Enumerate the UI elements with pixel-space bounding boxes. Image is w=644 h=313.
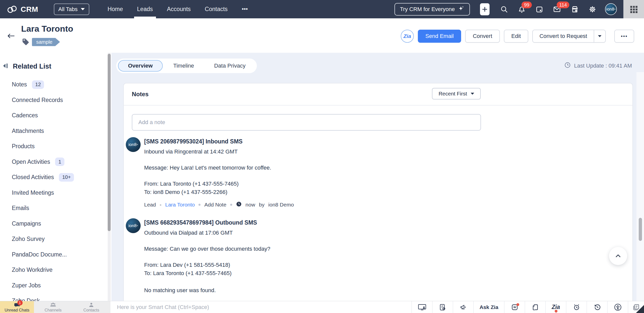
tab-timeline[interactable]: Timeline <box>164 60 204 72</box>
note-to: To: ion8 Demo (+1 437-555-2266) <box>144 189 294 195</box>
people-icon <box>50 302 56 308</box>
calendar-icon[interactable] <box>535 5 543 13</box>
note-time: now <box>246 202 255 208</box>
sidebar-item-notes[interactable]: Notes12 <box>0 77 111 92</box>
ticket-icon[interactable] <box>525 301 545 313</box>
tag-icon <box>21 37 29 46</box>
sidebar-item-attachments[interactable]: Attachments <box>0 123 111 139</box>
contacts-tab[interactable]: Contacts <box>72 301 110 313</box>
unread-count-badge: 1 <box>17 300 23 305</box>
sidebar-item-zoho-survey[interactable]: Zoho Survey <box>0 231 111 247</box>
ask-zia-button[interactable]: Ask Zia <box>473 301 504 313</box>
corner-fold <box>636 305 644 313</box>
related-list-header: Related List <box>0 62 111 71</box>
main-scrollbar-track[interactable] <box>636 72 644 313</box>
note-title: [SMS 6682935478697984] Outbound SMS <box>144 219 270 226</box>
sidebar-item-closed-activities[interactable]: Closed Activities10+ <box>0 170 111 185</box>
sidebar-item-emails[interactable]: Emails <box>0 200 111 216</box>
all-tabs-dropdown[interactable]: All Tabs <box>54 4 90 15</box>
bell-badge: 99 <box>521 2 532 8</box>
sidebar-item-campaigns[interactable]: Campaigns <box>0 216 111 232</box>
note-from: From: Lara Toronto (+1 437-555-7465) <box>144 181 294 187</box>
tab-data-privacy[interactable]: Data Privacy <box>205 60 255 72</box>
try-crm-button[interactable]: Try CRM for Everyone <box>394 3 470 16</box>
note-record-link[interactable]: Lara Toronto <box>165 202 195 208</box>
caret-down-icon <box>598 35 601 37</box>
note-to: To: Lara Toronto (+1 437-555-7465) <box>144 270 270 277</box>
related-list-title: Related List <box>13 63 51 70</box>
notifications-bell-icon[interactable]: 99 <box>517 5 526 14</box>
add-note-link[interactable]: Add Note <box>204 202 226 208</box>
back-arrow-icon[interactable] <box>7 32 15 40</box>
tab-overview[interactable]: Overview <box>118 60 163 72</box>
sidebar-item-products[interactable]: Products <box>0 139 111 154</box>
nav-accounts[interactable]: Accounts <box>160 0 198 18</box>
module-nav: Home Leads Accounts Contacts ••• <box>100 0 255 18</box>
app-grid-icon[interactable] <box>623 0 644 18</box>
feedback-icon[interactable] <box>504 301 525 313</box>
convert-to-request-split-button: Convert to Request <box>532 30 606 43</box>
zoho-logo-icon[interactable] <box>7 5 18 14</box>
zia-icon[interactable]: Zia <box>401 30 414 43</box>
document-scan-icon[interactable] <box>432 301 453 313</box>
sidebar-scrollbar-thumb[interactable] <box>108 54 111 231</box>
dot-separator <box>198 204 200 206</box>
count-badge: 12 <box>32 80 44 89</box>
main-scrollbar-thumb[interactable] <box>639 218 642 241</box>
last-update: Last Update : 09:41 AM <box>564 62 632 70</box>
sidebar-item-zoho-workdrive[interactable]: Zoho Workdrive <box>0 262 111 278</box>
bottom-toolbar: Ask Zia Zia <box>412 301 644 313</box>
more-actions-button[interactable]: ••• <box>614 30 634 43</box>
unread-chats-tab[interactable]: 1 Unread Chats <box>0 301 34 313</box>
announcement-megaphone-icon[interactable] <box>453 301 473 313</box>
tag-row: sample <box>21 37 60 46</box>
record-title: Lara Toronto <box>21 24 73 34</box>
search-icon[interactable] <box>500 5 508 13</box>
sort-dropdown[interactable]: Recent First <box>432 88 481 99</box>
screen-share-icon[interactable] <box>412 301 432 313</box>
zia-icon[interactable]: Zia <box>545 301 566 313</box>
user-avatar[interactable]: ion8+ <box>605 3 617 15</box>
convert-button[interactable]: Convert <box>465 30 500 43</box>
main-content: Overview Timeline Data Privacy Last Upda… <box>111 53 644 313</box>
sidebar-item-zuper-jobs[interactable]: Zuper Jobs <box>0 278 111 293</box>
nav-home[interactable]: Home <box>100 0 130 18</box>
sidebar-scrollbar-track[interactable] <box>108 53 111 313</box>
page-body: Related List Notes12 Connected Records C… <box>0 53 644 313</box>
accessibility-icon[interactable] <box>607 301 628 313</box>
notification-dot <box>516 303 519 306</box>
top-navbar: CRM All Tabs Home Leads Accounts Contact… <box>0 0 644 18</box>
split-caret-button[interactable] <box>594 30 605 42</box>
note-from: From: Lara Dev (+1 581-555-5418) <box>144 262 270 268</box>
smart-chat-input[interactable]: Here is your Smart Chat (Ctrl+Space) <box>110 301 412 313</box>
quick-create-button[interactable] <box>480 3 490 15</box>
collapse-panel-icon[interactable] <box>3 62 9 70</box>
settings-gear-icon[interactable] <box>588 5 596 13</box>
sidebar-item-cadences[interactable]: Cadences <box>0 108 111 123</box>
note-subtitle: Inbound via Ringcentral at 14:42 GMT <box>144 148 294 155</box>
add-note-input[interactable] <box>132 114 481 131</box>
time-clock-icon <box>236 201 242 208</box>
record-header: Lara Toronto sample Zia Send Email Conve… <box>0 18 644 53</box>
sidebar-item-invited-meetings[interactable]: Invited Meetings <box>0 185 111 201</box>
related-list-sidebar: Related List Notes12 Connected Records C… <box>0 53 111 313</box>
note-message: Message: Can we go over those documents … <box>144 246 270 252</box>
channels-tab[interactable]: Channels <box>34 301 72 313</box>
nav-more[interactable]: ••• <box>235 0 255 18</box>
marketplace-store-icon[interactable] <box>571 5 579 14</box>
send-email-button[interactable]: Send Email <box>418 30 461 43</box>
convert-to-request-button[interactable]: Convert to Request <box>533 33 594 39</box>
nav-contacts[interactable]: Contacts <box>198 0 235 18</box>
sidebar-item-open-activities[interactable]: Open Activities1 <box>0 154 111 170</box>
sidebar-item-connected-records[interactable]: Connected Records <box>0 92 111 108</box>
mail-icon[interactable]: 114 <box>553 5 561 14</box>
edit-button[interactable]: Edit <box>504 30 529 43</box>
count-badge: 1 <box>55 158 64 166</box>
alarm-clock-icon[interactable] <box>566 301 587 313</box>
record-tag[interactable]: sample <box>32 38 60 46</box>
sidebar-item-pandadoc[interactable]: PandaDoc Docume... <box>0 247 111 263</box>
history-icon[interactable] <box>587 301 607 313</box>
nav-leads[interactable]: Leads <box>130 0 160 18</box>
note-subtitle: Outbound via Dialpad at 17:06 GMT <box>144 230 270 236</box>
scroll-to-top-button[interactable] <box>609 247 627 265</box>
